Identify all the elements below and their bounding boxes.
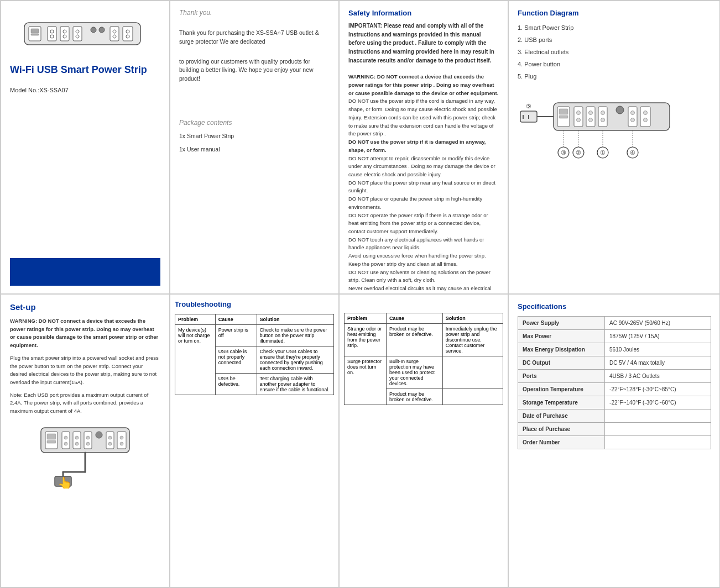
svg-point-74 — [108, 442, 112, 445]
blue-bar — [10, 258, 160, 286]
spec-label-op-temp: Operation Temperature — [518, 383, 605, 396]
trouble-col-solution: Solution — [257, 314, 333, 325]
safety-warning-0: WARNING: DO NOT connect a device that ex… — [348, 74, 498, 96]
power-strip-diagram — [19, 14, 152, 53]
setup-para2: Note: Each USB port provides a maximum o… — [10, 391, 160, 416]
spec-value-order — [605, 436, 711, 449]
table-row: Strange odor or heat emitting from the p… — [345, 324, 503, 356]
spec-value-date — [605, 410, 711, 423]
spec-value-energy: 5610 Joules — [605, 343, 711, 356]
manual-page: Wi-Fi USB Smart Power Strip Model No.:XS… — [0, 0, 720, 588]
svg-text:④: ④ — [630, 149, 635, 156]
svg-rect-72 — [106, 432, 114, 449]
trouble-cause-1a: Power strip is off — [215, 325, 257, 347]
function-list: 1. Smart Power Strip 2. USB ports 3. Ele… — [518, 22, 711, 82]
safety-title: Safety Information — [348, 9, 499, 17]
svg-point-73 — [108, 436, 112, 439]
model-number: Model No.:XS-SSA07 — [10, 87, 160, 93]
trouble-col-cause: Cause — [215, 314, 257, 325]
svg-point-35 — [589, 118, 593, 122]
trouble2-cause-1: Product may be broken or defective. — [387, 324, 443, 356]
spec-row-store-temp: Storage Temperature -22°F~140°F (-30°C~6… — [518, 396, 711, 410]
svg-rect-2 — [31, 29, 39, 33]
safety-w6: DO NOT operate the power strip if there … — [348, 212, 499, 236]
safety-w2: DO NOT use the power strip if it is dama… — [348, 138, 499, 154]
svg-rect-4 — [48, 27, 56, 41]
trouble-solution-1b: Check your USB cables to ensure that the… — [257, 347, 333, 374]
safety-w11: Never overload electrical circuits as it… — [348, 285, 499, 294]
svg-rect-10 — [73, 27, 82, 41]
svg-point-9 — [63, 35, 66, 38]
trouble-solution-1c: Test charging cable with another power a… — [257, 374, 333, 395]
thank-you-para1: Thank you for purchasing the XS-SSA○7 US… — [179, 29, 330, 46]
setup-image: 👆 — [10, 422, 160, 489]
svg-point-39 — [616, 106, 624, 114]
function-diagram-cell: Function Diagram 1. Smart Power Strip 2.… — [508, 1, 720, 294]
svg-rect-29 — [559, 116, 568, 118]
trouble-table-2: Problem Cause Solution Strange odor or h… — [344, 313, 503, 405]
trouble2-col-cause: Cause — [387, 313, 443, 324]
svg-text:③: ③ — [561, 149, 566, 156]
svg-point-71 — [96, 432, 102, 438]
safety-cell: Safety Information IMPORTANT: Please rea… — [339, 1, 508, 294]
svg-point-63 — [64, 436, 67, 439]
package-item2: 1x User manual — [179, 145, 330, 154]
trouble2-solution-2b — [442, 389, 503, 405]
svg-rect-28 — [559, 109, 568, 114]
product-image — [10, 14, 160, 53]
svg-point-66 — [75, 436, 79, 439]
thank-you-heading: Thank you. — [179, 9, 330, 17]
product-title: Wi-Fi USB Smart Power Strip — [10, 64, 160, 76]
svg-text:①: ① — [600, 149, 606, 156]
spec-label-date: Date of Purchase — [518, 410, 605, 423]
svg-point-19 — [126, 30, 129, 33]
function-diagram-svg: ⑤ — [518, 89, 706, 188]
svg-rect-33 — [586, 107, 595, 127]
spec-label-max-power: Max Power — [518, 330, 605, 343]
safety-w5: DO NOT place or operate the power strip … — [348, 195, 499, 211]
function-item-5: 5. Plug — [518, 70, 711, 82]
svg-point-69 — [86, 436, 90, 439]
spec-row-energy: Max Energy Dissipation 5610 Joules — [518, 343, 711, 356]
trouble2-cause-2b: Product may be broken or defective. — [387, 389, 443, 405]
table-row: My device(s) will not charge or turn on.… — [175, 325, 334, 347]
trouble2-problem-2: Surge protector does not turn on. — [345, 356, 387, 405]
spec-value-store-temp: -22°F~140°F (-30°C~60°C) — [605, 396, 711, 410]
trouble2-problem-1: Strange odor or heat emitting from the p… — [345, 324, 387, 356]
svg-point-34 — [589, 111, 593, 115]
specifications-title: Specifications — [518, 302, 711, 311]
spec-value-ports: 4USB / 3 AC Outlets — [605, 370, 711, 383]
safety-important: IMPORTANT: Please read and comply with a… — [348, 23, 494, 64]
spec-label-store-temp: Storage Temperature — [518, 396, 605, 410]
safety-w7: DO NOT touch any electrical appliances w… — [348, 236, 499, 252]
svg-point-32 — [577, 118, 581, 122]
svg-rect-15 — [110, 27, 119, 41]
svg-point-64 — [64, 442, 67, 445]
svg-point-11 — [76, 30, 79, 33]
spec-row-ports: Ports 4USB / 3 AC Outlets — [518, 370, 711, 383]
trouble2-solution-1: Immediately unplug the power strip and d… — [442, 324, 503, 356]
setup-cell: Set-up WARNING: DO NOT connect a device … — [1, 294, 170, 587]
trouble-cause-1c: USB be defective. — [215, 374, 257, 395]
table-row: Surge protector does not turn on. Built-… — [345, 356, 503, 389]
setup-diagram-svg: 👆 — [30, 422, 140, 489]
svg-point-6 — [50, 35, 54, 38]
trouble-col-problem: Problem — [175, 314, 216, 325]
thank-you-para2: to providing our customers with quality … — [179, 57, 330, 83]
svg-point-31 — [577, 111, 581, 115]
package-item1: 1x Smart Power Strip — [179, 132, 330, 141]
spec-label-power-supply: Power Supply — [518, 317, 605, 330]
spec-row-place: Place of Purchase — [518, 423, 711, 436]
troubleshooting-title: Troubleshooting — [175, 300, 334, 308]
svg-rect-7 — [60, 27, 69, 41]
spec-label-order: Order Number — [518, 436, 605, 449]
svg-text:👆: 👆 — [58, 476, 73, 489]
svg-point-44 — [644, 111, 648, 115]
spec-value-power-supply: AC 90V-265V (50/60 Hz) — [605, 317, 711, 330]
trouble2-col-solution: Solution — [442, 313, 503, 324]
svg-rect-60 — [47, 434, 56, 439]
svg-point-8 — [63, 30, 66, 33]
svg-text:②: ② — [576, 149, 581, 156]
svg-point-13 — [91, 27, 96, 33]
svg-point-77 — [120, 442, 123, 445]
